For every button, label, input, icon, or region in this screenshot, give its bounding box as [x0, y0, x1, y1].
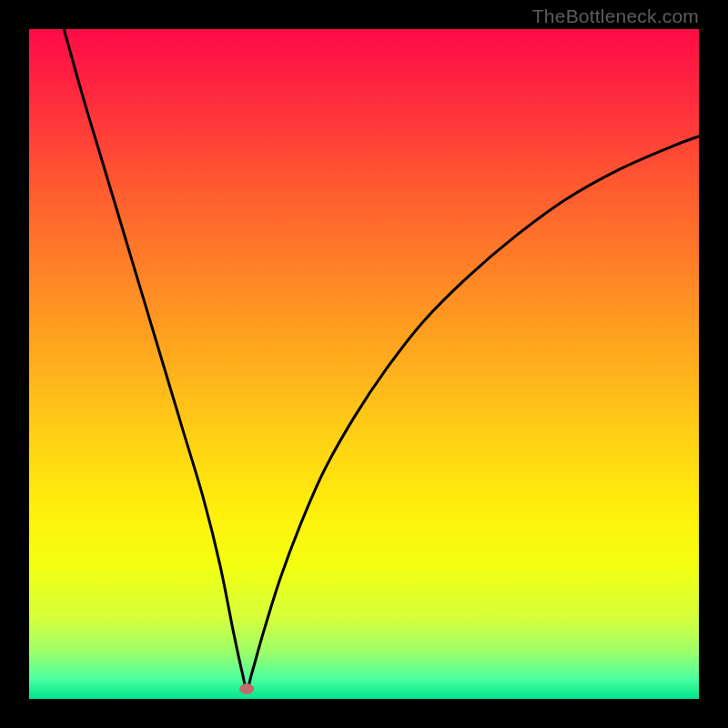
watermark-text: TheBottleneck.com: [532, 5, 699, 27]
curve-layer: [29, 29, 699, 699]
chart-frame: TheBottleneck.com: [0, 0, 728, 728]
bottleneck-curve: [64, 29, 699, 689]
optimum-dot: [239, 683, 254, 694]
plot-area: [29, 29, 699, 699]
